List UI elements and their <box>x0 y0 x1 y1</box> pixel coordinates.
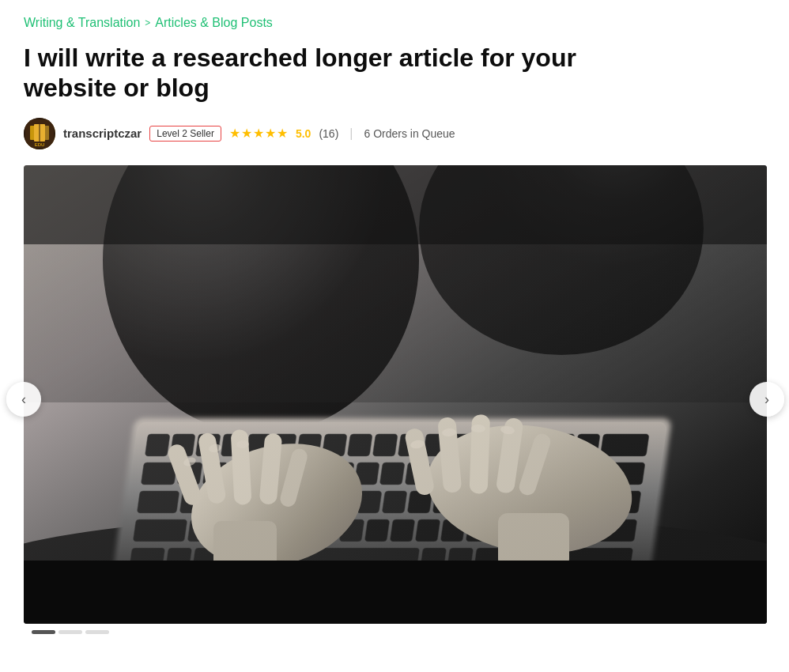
svg-text:EDU: EDU <box>35 142 45 147</box>
review-count: (16) <box>319 127 338 140</box>
carousel-next-button[interactable]: › <box>749 382 784 417</box>
image-carousel-wrapper: ‹ <box>24 165 767 634</box>
dot-1[interactable] <box>32 630 55 634</box>
chevron-right-icon: › <box>764 391 769 408</box>
star-5: ★ <box>277 126 288 141</box>
seller-info-row: EDU transcriptczar Level 2 Seller ★ ★ ★ … <box>24 118 765 149</box>
seller-name[interactable]: transcriptczar <box>63 126 142 140</box>
star-3: ★ <box>253 126 264 141</box>
carousel-prev-button[interactable]: ‹ <box>6 382 41 417</box>
carousel-dots <box>24 630 767 634</box>
orders-queue: 6 Orders in Queue <box>364 127 455 140</box>
rating-stars: ★ ★ ★ ★ ★ <box>229 126 288 141</box>
star-4: ★ <box>265 126 276 141</box>
dot-3[interactable] <box>85 630 109 634</box>
breadcrumb-separator: > <box>145 17 150 28</box>
avatar[interactable]: EDU <box>24 118 55 149</box>
info-divider: | <box>349 126 353 141</box>
breadcrumb: Writing & Translation > Articles & Blog … <box>24 16 765 30</box>
chevron-left-icon: ‹ <box>21 391 26 408</box>
rating-number: 5.0 <box>296 127 311 140</box>
carousel-image-container <box>24 165 767 624</box>
star-2: ★ <box>241 126 252 141</box>
star-1: ★ <box>229 126 240 141</box>
breadcrumb-writing-translation[interactable]: Writing & Translation <box>24 16 140 30</box>
breadcrumb-articles-blog[interactable]: Articles & Blog Posts <box>155 16 273 30</box>
page-title: I will write a researched longer article… <box>24 43 625 104</box>
seller-level-badge: Level 2 Seller <box>149 126 221 142</box>
svg-rect-111 <box>24 561 767 624</box>
svg-rect-112 <box>24 165 767 244</box>
dot-2[interactable] <box>59 630 82 634</box>
